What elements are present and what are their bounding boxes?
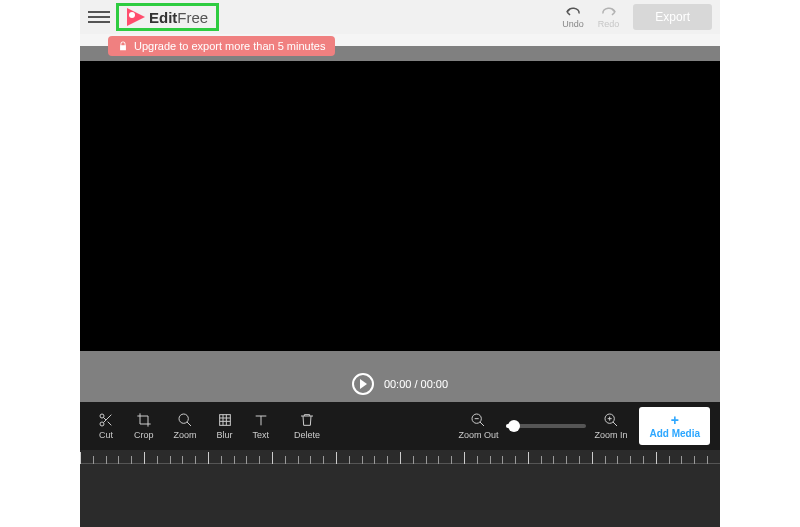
menu-icon[interactable] (88, 6, 110, 28)
svg-rect-3 (219, 415, 230, 426)
text-button[interactable]: Text (245, 412, 278, 440)
crop-label: Crop (134, 430, 154, 440)
zoom-in-icon (603, 412, 619, 428)
plus-icon: + (671, 413, 679, 427)
timeline-ruler[interactable] (80, 450, 720, 464)
zoom-slider[interactable] (506, 424, 586, 428)
text-icon (253, 412, 269, 428)
blur-label: Blur (217, 430, 233, 440)
blur-icon (217, 412, 233, 428)
undo-label: Undo (562, 19, 584, 29)
timeline-panel[interactable] (80, 450, 720, 527)
export-button[interactable]: Export (633, 4, 712, 30)
undo-redo-group: Undo Redo (562, 5, 619, 29)
play-logo-icon (127, 8, 145, 26)
zoom-slider-thumb[interactable] (508, 420, 520, 432)
crop-button[interactable]: Crop (126, 412, 162, 440)
playback-bar: 00:00 / 00:00 (80, 366, 720, 402)
add-media-button[interactable]: + Add Media (639, 407, 710, 445)
app-root: EditFree Undo Redo Export Upgrade to exp… (80, 0, 720, 527)
time-display: 00:00 / 00:00 (384, 378, 448, 390)
add-media-label: Add Media (649, 428, 700, 439)
preview-area (80, 46, 720, 366)
magnifier-icon (177, 412, 193, 428)
text-label: Text (253, 430, 270, 440)
undo-button[interactable]: Undo (562, 5, 584, 29)
cut-button[interactable]: Cut (90, 412, 122, 440)
upgrade-banner[interactable]: Upgrade to export more than 5 minutes (108, 36, 335, 56)
trash-icon (299, 412, 315, 428)
redo-label: Redo (598, 19, 620, 29)
svg-point-0 (100, 414, 104, 418)
zoom-button[interactable]: Zoom (166, 412, 205, 440)
app-title: EditFree (149, 9, 208, 26)
zoom-label: Zoom (174, 430, 197, 440)
zoom-out-icon (470, 412, 486, 428)
play-button[interactable] (352, 373, 374, 395)
svg-point-2 (179, 414, 188, 423)
scissors-icon (98, 412, 114, 428)
zoom-out-label: Zoom Out (458, 430, 498, 440)
crop-icon (136, 412, 152, 428)
logo-bold: Edit (149, 9, 177, 26)
delete-label: Delete (294, 430, 320, 440)
logo-highlight: EditFree (116, 3, 219, 31)
blur-button[interactable]: Blur (209, 412, 241, 440)
redo-button[interactable]: Redo (598, 5, 620, 29)
redo-icon (600, 5, 618, 19)
edit-toolbar: Cut Crop Zoom Blur Text Delete Zoom Out (80, 402, 720, 450)
zoom-out-button[interactable]: Zoom Out (458, 412, 498, 440)
zoom-in-label: Zoom In (594, 430, 627, 440)
top-bar: EditFree Undo Redo Export (80, 0, 720, 34)
zoom-in-button[interactable]: Zoom In (594, 412, 627, 440)
svg-point-1 (100, 422, 104, 426)
lock-icon (118, 41, 128, 51)
cut-label: Cut (99, 430, 113, 440)
undo-icon (564, 5, 582, 19)
logo-light: Free (177, 9, 208, 26)
delete-button[interactable]: Delete (286, 412, 328, 440)
zoom-control: Zoom Out Zoom In (458, 412, 627, 440)
upgrade-text: Upgrade to export more than 5 minutes (134, 40, 325, 52)
video-canvas[interactable] (80, 61, 720, 351)
